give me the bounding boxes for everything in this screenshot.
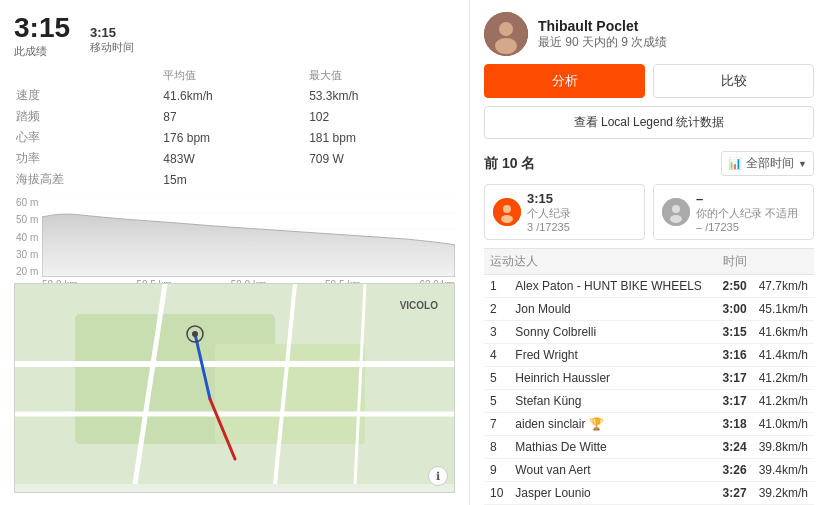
speed-cell: 41.4km/h xyxy=(753,344,814,367)
filter-dropdown[interactable]: 📊 全部时间 ▼ xyxy=(721,151,814,176)
svg-point-23 xyxy=(501,215,513,223)
moving-time: 3:15 移动时间 xyxy=(90,25,134,55)
name-cell: Jasper Lounio xyxy=(509,482,710,505)
table-row[interactable]: 1 Alex Paton - HUNT BIKE WHEELS 2:50 47.… xyxy=(484,275,814,298)
big-time: 3:15 此成绩 xyxy=(14,12,70,59)
speed-cell: 41.0km/h xyxy=(753,413,814,436)
stat-max xyxy=(309,170,453,189)
svg-point-17 xyxy=(192,331,198,337)
map-info-button[interactable]: ℹ xyxy=(428,466,448,486)
user-header: Thibault Poclet 最近 90 天内的 9 次成绩 xyxy=(484,12,814,56)
time-cell: 3:18 xyxy=(711,413,753,436)
chart-y-label: 60 m xyxy=(16,197,40,208)
speed-cell: 41.6km/h xyxy=(753,321,814,344)
stat-label: 踏频 xyxy=(16,107,161,126)
name-cell: Fred Wright xyxy=(509,344,710,367)
table-row[interactable]: 5 Heinrich Haussler 3:17 41.2km/h xyxy=(484,367,814,390)
chart-y-label: 50 m xyxy=(16,214,40,225)
time-cell: 3:17 xyxy=(711,390,753,413)
chart-y-label: 40 m xyxy=(16,232,40,243)
local-legend-button[interactable]: 查看 Local Legend 统计数据 xyxy=(484,106,814,139)
table-row[interactable]: 5 Stefan Küng 3:17 41.2km/h xyxy=(484,390,814,413)
personal-records: 3:15 个人纪录 3 /17235 – 你的个人纪录 不适用 xyxy=(484,184,814,240)
stat-avg: 176 bpm xyxy=(163,128,307,147)
table-row[interactable]: 3 Sonny Colbrelli 3:15 41.6km/h xyxy=(484,321,814,344)
svg-point-20 xyxy=(495,38,517,54)
chart-y-label: 20 m xyxy=(16,266,40,277)
speed-cell: 41.2km/h xyxy=(753,390,814,413)
my-pr-icon xyxy=(493,198,521,226)
rank-cell: 7 xyxy=(484,413,509,436)
stat-avg: 41.6km/h xyxy=(163,86,307,105)
stat-max: 709 W xyxy=(309,149,453,168)
name-cell: Mathias De Witte xyxy=(509,436,710,459)
stats-row: 功率 483W 709 W xyxy=(16,149,453,168)
speed-cell: 45.1km/h xyxy=(753,298,814,321)
leaderboard-header: 前 10 名 📊 全部时间 ▼ xyxy=(484,151,814,176)
name-cell: Heinrich Haussler xyxy=(509,367,710,390)
user-info: Thibault Poclet 最近 90 天内的 9 次成绩 xyxy=(538,18,667,51)
name-cell: Sonny Colbrelli xyxy=(509,321,710,344)
compare-button[interactable]: 比较 xyxy=(653,64,814,98)
stat-max: 102 xyxy=(309,107,453,126)
speed-cell: 39.2km/h xyxy=(753,482,814,505)
rank-cell: 1 xyxy=(484,275,509,298)
name-cell: Stefan Küng xyxy=(509,390,710,413)
speed-cell: 39.4km/h xyxy=(753,459,814,482)
svg-rect-8 xyxy=(215,344,365,444)
svg-point-26 xyxy=(670,215,682,223)
stat-max: 53.3km/h xyxy=(309,86,453,105)
time-header: 3:15 此成绩 3:15 移动时间 xyxy=(14,12,455,59)
chart-svg xyxy=(42,197,455,277)
map-label-vicolo: VICOLO xyxy=(400,300,438,311)
your-pr-icon xyxy=(662,198,690,226)
svg-point-22 xyxy=(503,205,511,213)
stat-label: 速度 xyxy=(16,86,161,105)
time-cell: 2:50 xyxy=(711,275,753,298)
stats-row: 海拔高差 15m xyxy=(16,170,453,189)
time-cell: 3:00 xyxy=(711,298,753,321)
table-row[interactable]: 4 Fred Wright 3:16 41.4km/h xyxy=(484,344,814,367)
chart-y-axis: 60 m50 m40 m30 m20 m xyxy=(14,197,42,277)
rank-cell: 9 xyxy=(484,459,509,482)
name-cell: Alex Paton - HUNT BIKE WHEELS xyxy=(509,275,710,298)
your-pr-box: – 你的个人纪录 不适用 – /17235 xyxy=(653,184,814,240)
map-area[interactable]: VICOLO ℹ xyxy=(14,283,455,493)
svg-point-25 xyxy=(672,205,680,213)
time-cell: 3:26 xyxy=(711,459,753,482)
my-pr-text: 3:15 个人纪录 3 /17235 xyxy=(527,191,571,233)
table-row[interactable]: 2 Jon Mould 3:00 45.1km/h xyxy=(484,298,814,321)
stats-row: 心率 176 bpm 181 bpm xyxy=(16,128,453,147)
stats-row: 速度 41.6km/h 53.3km/h xyxy=(16,86,453,105)
stat-avg: 87 xyxy=(163,107,307,126)
rank-cell: 5 xyxy=(484,367,509,390)
time-cell: 3:27 xyxy=(711,482,753,505)
time-cell: 3:15 xyxy=(711,321,753,344)
rank-cell: 10 xyxy=(484,482,509,505)
table-row[interactable]: 10 Jasper Lounio 3:27 39.2km/h xyxy=(484,482,814,505)
action-buttons: 分析 比较 xyxy=(484,64,814,98)
speed-cell: 47.7km/h xyxy=(753,275,814,298)
stat-avg: 483W xyxy=(163,149,307,168)
stat-label: 功率 xyxy=(16,149,161,168)
rank-cell: 2 xyxy=(484,298,509,321)
time-cell: 3:16 xyxy=(711,344,753,367)
my-pr-box: 3:15 个人纪录 3 /17235 xyxy=(484,184,645,240)
rank-cell: 8 xyxy=(484,436,509,459)
left-panel: 3:15 此成绩 3:15 移动时间 平均值 最大值 速度 41.6km/h 5… xyxy=(0,0,470,505)
stats-table: 平均值 最大值 速度 41.6km/h 53.3km/h 踏频 87 102 心… xyxy=(14,65,455,191)
rank-cell: 4 xyxy=(484,344,509,367)
analyze-button[interactable]: 分析 xyxy=(484,64,645,98)
table-row[interactable]: 8 Mathias De Witte 3:24 39.8km/h xyxy=(484,436,814,459)
elevation-chart: 60 m50 m40 m30 m20 m 58.0 xyxy=(14,197,455,277)
name-cell: Wout van Aert xyxy=(509,459,710,482)
table-row[interactable]: 7 aiden sinclair 🏆 3:18 41.0km/h xyxy=(484,413,814,436)
table-row[interactable]: 9 Wout van Aert 3:26 39.4km/h xyxy=(484,459,814,482)
chevron-down-icon: ▼ xyxy=(798,159,807,169)
stat-label: 海拔高差 xyxy=(16,170,161,189)
avatar xyxy=(484,12,528,56)
chart-y-label: 30 m xyxy=(16,249,40,260)
time-cell: 3:17 xyxy=(711,367,753,390)
rank-cell: 3 xyxy=(484,321,509,344)
right-panel: Thibault Poclet 最近 90 天内的 9 次成绩 分析 比较 查看… xyxy=(470,0,828,505)
